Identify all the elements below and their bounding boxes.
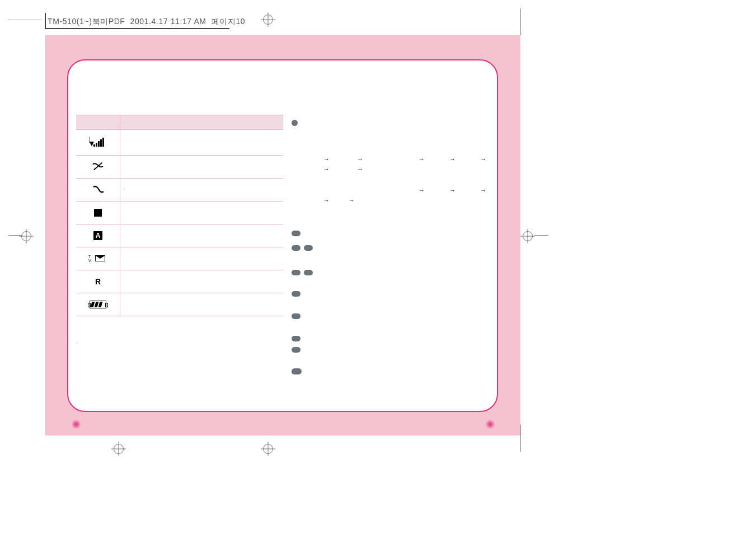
in-use-icon xyxy=(76,179,120,201)
arrow-icon: → xyxy=(417,187,426,194)
key-ref-clr xyxy=(292,368,507,374)
table-footnote: * xyxy=(76,341,78,345)
key-pill-icon xyxy=(292,231,300,236)
key-ref-star xyxy=(292,231,507,236)
table-row xyxy=(76,293,283,316)
arrow-sequence-2b: → → xyxy=(292,197,507,203)
key-ref-0-9 xyxy=(292,270,507,275)
key-pill-icon xyxy=(292,347,300,353)
source-file-label: TM-510(1~)북미PDF 2001.4.17 11:17 AM 페이지10 xyxy=(48,17,245,27)
crop-hmark-left xyxy=(8,235,22,236)
table-header-icon xyxy=(76,115,120,129)
file-label-bar xyxy=(45,13,46,28)
right-intro-block xyxy=(292,120,507,126)
crop-mark-bottom-right xyxy=(520,425,521,452)
table-row: TV xyxy=(76,247,283,270)
crop-hmark-right xyxy=(534,235,548,236)
regmark-left xyxy=(19,229,34,243)
key-pill-icon xyxy=(292,270,300,275)
arrow-icon: → xyxy=(356,166,364,172)
arrow-icon: → xyxy=(417,156,426,162)
regmark-bottom-2 xyxy=(111,442,126,456)
arrow-icon: → xyxy=(448,156,457,162)
analog-indicator-desc xyxy=(120,224,283,247)
arrow-icon: → xyxy=(322,156,331,162)
regmark-bottom-1 xyxy=(261,442,275,456)
manual-page: TM-510(1~)북미PDF 2001.4.17 11:17 AM 페이지10… xyxy=(0,0,756,534)
arrow-icon: → xyxy=(322,166,331,172)
key-pill-icon xyxy=(304,270,313,275)
roaming-icon: R xyxy=(76,270,120,293)
regmark-right xyxy=(520,229,535,243)
clr-key-pill-icon xyxy=(292,368,302,374)
arrow-icon: → xyxy=(322,197,331,204)
key-pill-icon xyxy=(292,336,300,341)
digital-indicator-desc xyxy=(120,202,283,224)
crop-mark-top-right xyxy=(520,8,521,35)
key-ref-hash xyxy=(292,347,507,353)
table-row xyxy=(76,156,283,179)
table-row: A xyxy=(76,224,283,247)
bullet-icon xyxy=(292,120,298,126)
table-row: R xyxy=(76,270,283,293)
table-row: ▼ │ xyxy=(76,130,283,156)
no-service-desc xyxy=(120,156,283,178)
signal-strength-icon: ▼ │ xyxy=(76,130,120,155)
key-ref-1 xyxy=(292,313,507,319)
analog-indicator-icon: A xyxy=(76,224,120,247)
battery-icon xyxy=(76,293,120,316)
arrow-icon: → xyxy=(348,197,356,204)
arrow-icon: → xyxy=(479,156,487,162)
no-service-icon xyxy=(76,156,120,178)
arrow-icon: → xyxy=(448,187,457,194)
table-header-desc xyxy=(120,115,283,129)
in-use-desc: * xyxy=(120,179,283,201)
accent-dot-left xyxy=(68,420,84,429)
file-label-underline xyxy=(45,28,229,29)
message-icon: TV xyxy=(76,247,120,270)
message-desc xyxy=(120,247,283,270)
key-ref-star-2 xyxy=(292,336,507,341)
key-pill-icon xyxy=(304,245,313,251)
display-icons-table: ▼ │ * xyxy=(76,115,283,316)
key-ref-0 xyxy=(292,291,507,297)
key-pill-icon xyxy=(292,313,300,319)
table-row: * xyxy=(76,179,283,202)
accent-dot-right xyxy=(482,420,498,429)
arrow-sequence-1b: → → xyxy=(292,166,507,171)
roaming-desc xyxy=(120,270,283,293)
key-pill-icon xyxy=(292,245,300,251)
arrow-icon: → xyxy=(356,156,364,162)
crop-hmark-1 xyxy=(8,20,42,20)
signal-strength-desc xyxy=(120,130,283,155)
arrow-icon: → xyxy=(479,187,487,194)
table-row xyxy=(76,202,283,224)
table-header-row xyxy=(76,115,283,130)
key-ref-2-9 xyxy=(292,245,507,251)
digital-indicator-icon xyxy=(76,202,120,224)
key-pill-icon xyxy=(292,291,300,297)
battery-desc xyxy=(120,293,283,316)
regmark-top xyxy=(261,12,275,27)
